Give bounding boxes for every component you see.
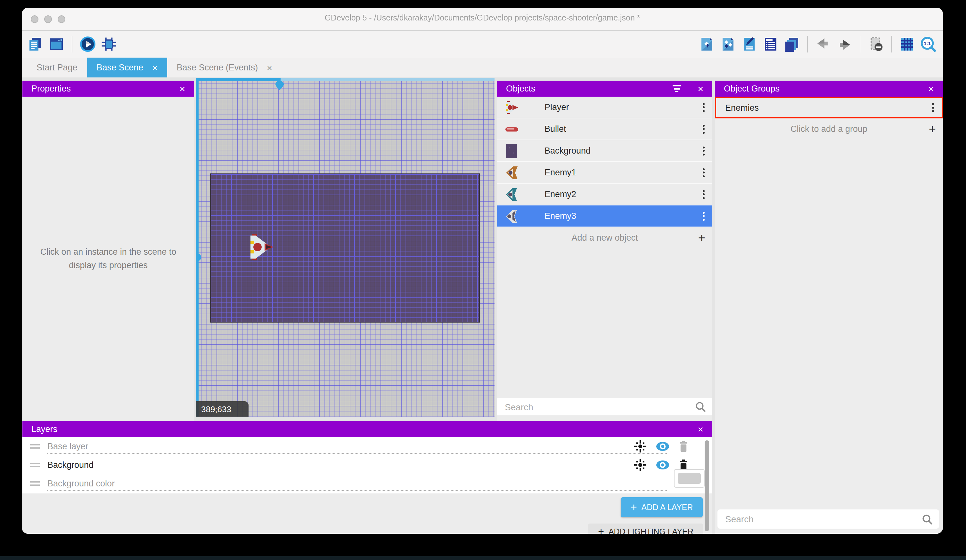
enemy1-thumbnail-icon — [503, 165, 520, 180]
object-groups-search-input[interactable] — [724, 513, 922, 525]
objects-panel-header: Objects × — [497, 81, 712, 97]
player-thumbnail-icon — [503, 100, 520, 115]
layer-visibility-eye-icon[interactable] — [656, 460, 669, 470]
layer-name-underline — [47, 453, 667, 454]
layer-visibility-eye-icon[interactable] — [656, 442, 669, 451]
layer-row-background-color[interactable]: Background color — [22, 474, 712, 493]
plus-icon[interactable]: + — [698, 231, 705, 245]
layer-effects-icon[interactable] — [634, 440, 646, 452]
close-icon[interactable]: × — [179, 84, 185, 93]
layer-row-base-layer[interactable]: Base layer — [22, 437, 712, 456]
drag-handle-icon[interactable] — [30, 481, 40, 486]
properties-panel-body: Click on an instance in the scene to dis… — [22, 97, 194, 421]
object-menu-icon[interactable] — [703, 190, 705, 199]
scene-window-icon[interactable] — [48, 36, 65, 52]
edit-scene-properties-icon[interactable] — [741, 36, 758, 52]
layer-row-background[interactable]: Background — [22, 456, 712, 474]
object-row-enemy3[interactable]: Enemy3 — [497, 205, 712, 227]
tab-bar: Start Page Base Scene × Base Scene (Even… — [22, 57, 943, 77]
tab-label: Base Scene — [97, 63, 143, 72]
scene-resize-handle-top[interactable] — [276, 81, 284, 90]
layer-name: Background color — [48, 479, 115, 488]
drag-handle-icon[interactable] — [30, 463, 40, 467]
object-menu-icon[interactable] — [703, 103, 705, 112]
properties-empty-message: Click on an instance in the scene to dis… — [34, 246, 182, 272]
object-name: Bullet — [544, 124, 566, 134]
object-row-bullet[interactable]: Bullet — [497, 118, 712, 140]
tab-base-scene-events[interactable]: Base Scene (Events) × — [167, 57, 282, 77]
tab-close-icon[interactable]: × — [152, 62, 157, 73]
plus-icon[interactable]: + — [929, 122, 936, 136]
scene-editor-canvas[interactable]: 389;633 — [196, 78, 495, 417]
layer-delete-trash-icon[interactable] — [679, 460, 688, 470]
debug-icon[interactable] — [100, 36, 117, 52]
object-menu-icon[interactable] — [703, 168, 705, 177]
open-layers-editor-icon[interactable] — [784, 36, 800, 52]
bullet-thumbnail-icon — [503, 121, 520, 137]
color-swatch — [678, 473, 701, 484]
zoom-one-to-one-icon[interactable]: 1:1 — [920, 36, 936, 52]
group-menu-icon[interactable] — [932, 103, 934, 112]
object-row-player[interactable]: Player — [497, 97, 712, 118]
object-row-enemy2[interactable]: Enemy2 — [497, 184, 712, 205]
screenshot-stage: GDevelop 5 - /Users/dkarakay/Documents/G… — [0, 0, 966, 560]
project-manager-icon[interactable] — [27, 36, 44, 52]
object-menu-icon[interactable] — [703, 211, 705, 221]
cursor-coordinates-badge: 389;633 — [196, 401, 248, 417]
add-lighting-layer-button[interactable]: + ADD LIGHTING LAYER — [588, 524, 703, 534]
tab-base-scene[interactable]: Base Scene × — [87, 57, 167, 77]
open-instances-list-icon[interactable] — [762, 36, 779, 52]
add-layer-button[interactable]: + ADD A LAYER — [621, 497, 703, 517]
object-groups-search-box — [718, 509, 939, 529]
undo-icon[interactable] — [815, 36, 831, 52]
tab-start-page[interactable]: Start Page — [27, 57, 87, 77]
filter-icon[interactable] — [673, 85, 681, 92]
layer-name-underline — [47, 472, 667, 472]
objects-search-box — [497, 398, 712, 415]
objects-search-input[interactable] — [503, 401, 695, 413]
object-row-enemy1[interactable]: Enemy1 — [497, 162, 712, 184]
gdevelop-window: GDevelop 5 - /Users/dkarakay/Documents/G… — [22, 8, 943, 534]
scene-window-border-top — [196, 78, 281, 81]
toggle-instances-mask-icon[interactable] — [867, 36, 884, 52]
add-group-row[interactable]: Click to add a group + — [715, 118, 943, 139]
add-lighting-layer-button-label: ADD LIGHTING LAYER — [609, 527, 693, 534]
close-icon[interactable]: × — [698, 424, 703, 434]
properties-panel-title: Properties — [31, 84, 71, 93]
properties-panel-header: Properties × — [22, 81, 194, 97]
object-menu-icon[interactable] — [703, 124, 705, 133]
layer-name: Background — [48, 460, 94, 470]
toolbar-divider — [72, 36, 72, 52]
background-color-picker[interactable] — [674, 469, 705, 488]
layer-effects-icon[interactable] — [634, 459, 646, 471]
tab-close-icon[interactable]: × — [267, 62, 272, 73]
layer-name-underline — [47, 490, 667, 491]
objects-panel-title: Objects — [506, 84, 536, 93]
redo-icon[interactable] — [836, 36, 853, 52]
object-menu-icon[interactable] — [703, 146, 705, 155]
toggle-grid-icon[interactable] — [899, 36, 915, 52]
layers-list: Base layer — [22, 437, 712, 493]
close-icon[interactable]: × — [698, 84, 703, 93]
drag-handle-icon[interactable] — [30, 444, 40, 449]
scene-window-border-top-light — [281, 78, 495, 81]
layer-delete-trash-icon[interactable] — [679, 441, 688, 452]
player-object-instance[interactable] — [246, 234, 276, 260]
close-icon[interactable]: × — [928, 84, 934, 93]
layer-name: Base layer — [48, 442, 89, 451]
open-objects-editor-icon[interactable] — [699, 36, 716, 52]
play-preview-icon[interactable] — [79, 36, 96, 52]
open-object-groups-editor-icon[interactable] — [720, 36, 737, 52]
object-name: Enemy2 — [544, 190, 576, 199]
object-row-background[interactable]: Background — [497, 140, 712, 162]
group-row-enemies[interactable]: Enemies — [715, 97, 943, 118]
layers-scrollbar[interactable] — [705, 440, 709, 531]
add-layer-button-label: ADD A LAYER — [642, 503, 693, 512]
scene-resize-handle-left[interactable] — [196, 254, 201, 261]
desktop-shadow — [0, 556, 966, 560]
object-name: Player — [544, 102, 569, 112]
object-name: Enemy3 — [544, 211, 576, 221]
add-new-object-row[interactable]: Add a new object + — [497, 227, 712, 248]
plus-icon: + — [598, 526, 604, 534]
toolbar-divider — [860, 36, 860, 52]
